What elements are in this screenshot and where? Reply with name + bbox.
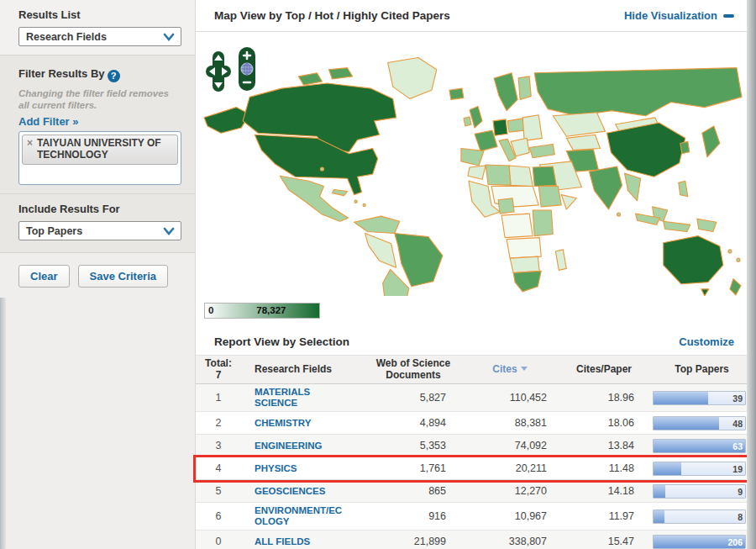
hide-visualization-link[interactable]: Hide Visualization: [624, 9, 734, 22]
include-results-selected-value: Top Papers: [26, 225, 82, 237]
top-papers-bar: 9: [653, 484, 746, 499]
cites-per-paper-cell: 15.47: [560, 536, 648, 547]
research-field-link[interactable]: ALL FIELDS: [255, 536, 345, 547]
docs-cell: 916: [367, 510, 459, 522]
results-list-heading: Results List: [18, 8, 181, 21]
research-fields-header: Research Fields: [241, 364, 367, 376]
cites-cell: 74,092: [459, 440, 560, 451]
report-title: Report View by Selection: [214, 335, 349, 348]
top-papers-bar: 8: [653, 509, 746, 524]
top-papers-cell: 39: [648, 391, 756, 405]
top-papers-bar-fill: [654, 440, 745, 452]
save-criteria-button[interactable]: Save Criteria: [78, 265, 169, 288]
vertical-scrollbar[interactable]: [747, 0, 756, 549]
cites-per-paper-cell: 18.96: [560, 392, 648, 404]
add-filter-link[interactable]: Add Filter »: [18, 115, 79, 128]
main-panel: Map View by Top / Hot / Highly Cited Pap…: [195, 0, 756, 549]
top-papers-cell: 206: [648, 535, 756, 549]
top-papers-bar: 39: [653, 391, 746, 405]
map-header: Map View by Top / Hot / Highly Cited Pap…: [196, 0, 756, 32]
research-field-link[interactable]: ENGINEERING: [255, 441, 345, 451]
sidebar: Results List Research Fields Filter Resu…: [0, 0, 195, 549]
chevron-down-icon: [162, 227, 176, 235]
top-papers-bar: 48: [653, 416, 746, 430]
top-papers-value: 9: [738, 487, 743, 497]
rank-cell: 2: [196, 417, 241, 429]
customize-link[interactable]: Customize: [679, 335, 734, 348]
rank-cell: 3: [196, 440, 241, 451]
remove-filter-icon[interactable]: ×: [27, 138, 33, 149]
docs-cell: 5,827: [367, 392, 459, 404]
research-field-link[interactable]: PHYSICS: [255, 463, 345, 474]
table-row: 6 ENVIRONMENT/ECOLOGY 916 10,967 11.97 8: [196, 503, 756, 531]
cites-cell: 88,381: [459, 417, 560, 429]
cites-per-paper-header[interactable]: Cites/Paper: [560, 364, 648, 376]
cites-cell: 110,452: [459, 392, 560, 404]
help-icon[interactable]: ?: [108, 70, 120, 82]
top-papers-value: 48: [732, 419, 743, 429]
table-row: 4 PHYSICS 1,761 20,211 11.48 19: [196, 457, 756, 480]
research-field-link[interactable]: GEOSCIENCES: [255, 486, 345, 497]
top-papers-bar: 19: [653, 462, 746, 476]
rank-cell: 4: [196, 462, 241, 474]
chevron-down-icon: [162, 33, 176, 41]
top-papers-cell: 48: [648, 416, 756, 430]
cites-per-paper-cell: 11.97: [560, 510, 648, 522]
filter-chip[interactable]: × TAIYUAN UNIVERSITY OF TECHNOLOGY: [22, 135, 178, 165]
results-list-select[interactable]: Research Fields: [18, 27, 181, 46]
wos-documents-header[interactable]: Web of Science Documents: [367, 358, 459, 381]
map-zoom-control[interactable]: [238, 46, 256, 92]
actions-section: Clear Save Criteria: [0, 253, 195, 298]
esi-application: Results List Research Fields Filter Resu…: [0, 0, 756, 549]
filter-heading: Filter Results By?: [18, 67, 181, 82]
cites-per-paper-cell: 18.06: [560, 417, 648, 429]
clear-button[interactable]: Clear: [18, 265, 70, 288]
research-field-link[interactable]: CHEMISTRY: [255, 418, 345, 429]
map-color-legend: 0 78,327: [204, 303, 320, 319]
legend-max-value: 78,327: [256, 305, 286, 315]
include-results-select[interactable]: Top Papers: [18, 221, 181, 240]
top-papers-value: 63: [732, 441, 743, 451]
table-row: 5 GEOSCIENCES 865 12,270 14.18 9: [196, 480, 756, 503]
research-field-link[interactable]: ENVIRONMENT/ECOLOGY: [255, 505, 345, 527]
filter-note: Changing the filter field removes all cu…: [18, 88, 181, 111]
top-papers-header[interactable]: Top Papers: [648, 364, 756, 376]
table-row: 2 CHEMISTRY 4,894 88,381 18.06 48: [196, 412, 756, 435]
rank-cell: 5: [196, 485, 241, 497]
top-papers-cell: 9: [648, 484, 756, 499]
map-title: Map View by Top / Hot / Highly Cited Pap…: [214, 9, 450, 22]
cites-cell: 12,270: [459, 485, 560, 497]
results-list-section: Results List Research Fields: [0, 0, 195, 55]
top-papers-bar-fill: [654, 417, 719, 430]
table-row: 1 MATERIALS SCIENCE 5,827 110,452 18.96 …: [196, 384, 756, 412]
top-papers-bar-fill: [654, 462, 681, 475]
top-papers-bar-fill: [654, 485, 665, 498]
top-papers-value: 19: [732, 464, 743, 474]
cites-per-paper-cell: 11.48: [560, 462, 648, 474]
legend-min-value: 0: [208, 305, 213, 315]
filter-chip-label: TAIYUAN UNIVERSITY OF TECHNOLOGY: [37, 138, 172, 161]
cites-per-paper-cell: 13.84: [560, 440, 648, 451]
report-table-body: 1 MATERIALS SCIENCE 5,827 110,452 18.96 …: [196, 384, 756, 549]
filter-section: Filter Results By? Changing the filter f…: [0, 55, 195, 194]
top-papers-cell: 8: [648, 509, 756, 524]
map-pan-control[interactable]: [206, 51, 231, 92]
rank-cell: 0: [196, 536, 241, 547]
report-header: Report View by Selection Customize: [196, 328, 756, 355]
docs-cell: 865: [367, 485, 459, 497]
include-results-heading: Include Results For: [18, 203, 181, 215]
cites-cell: 338,807: [459, 536, 560, 547]
top-papers-bar: 63: [653, 439, 746, 453]
cites-sort-header[interactable]: Cites: [459, 364, 560, 376]
minus-icon: [723, 14, 734, 18]
cites-per-paper-cell: 14.18: [560, 485, 648, 497]
table-row: 3 ENGINEERING 5,353 74,092 13.84 63: [196, 435, 756, 457]
world-map[interactable]: [199, 39, 747, 296]
total-count-header: Total: 7: [196, 358, 241, 381]
include-results-section: Include Results For Top Papers: [0, 194, 195, 253]
research-field-link[interactable]: MATERIALS SCIENCE: [255, 387, 345, 409]
top-papers-bar-fill: [654, 510, 664, 523]
docs-cell: 4,894: [367, 417, 459, 429]
cites-cell: 10,967: [459, 510, 560, 522]
table-row: 0 ALL FIELDS 21,899 338,807 15.47 206: [196, 531, 756, 549]
